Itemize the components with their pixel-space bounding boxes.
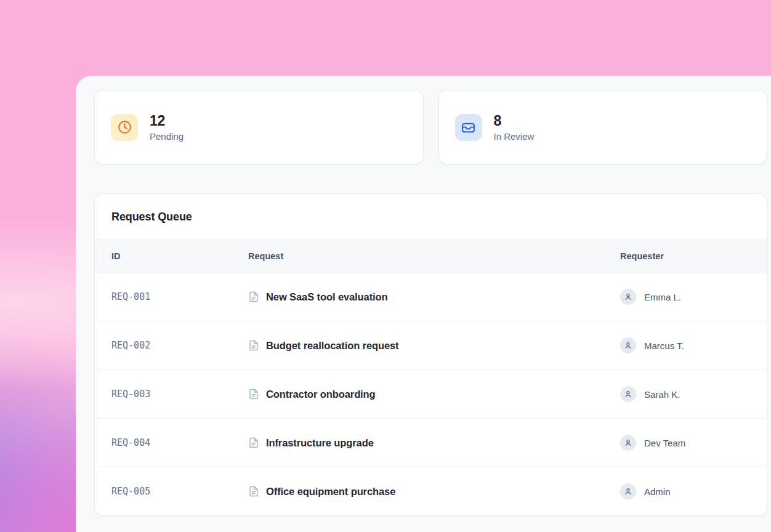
file-text-icon <box>248 437 259 448</box>
request-title: Infrastructure upgrade <box>266 437 374 449</box>
stat-card-pending: 12 Pending <box>94 90 424 164</box>
avatar <box>620 289 636 305</box>
table-header-row: ID Request Requester <box>95 240 767 272</box>
request-cell: Office equipment purchase <box>248 486 620 498</box>
table-row[interactable]: REQ-001 New SaaS tool evaluation <box>95 272 767 321</box>
requester-cell: Marcus T. <box>620 337 750 353</box>
avatar <box>620 483 636 499</box>
requester-name: Emma L. <box>644 292 681 302</box>
file-text-icon <box>248 340 259 351</box>
requester-name: Sarah K. <box>644 389 680 400</box>
requester-cell: Sarah K. <box>620 386 750 402</box>
table-row[interactable]: REQ-003 Contractor onboarding <box>95 369 767 418</box>
user-icon <box>624 341 632 350</box>
request-cell: Infrastructure upgrade <box>248 437 620 449</box>
table-row[interactable]: REQ-004 Infrastructure upgrade <box>95 418 767 467</box>
request-id: REQ-003 <box>111 389 248 400</box>
file-text-icon <box>248 291 259 302</box>
request-title: Budget reallocation request <box>266 340 399 352</box>
user-icon <box>624 487 632 496</box>
requester-name: Marcus T. <box>644 341 684 351</box>
request-cell: Budget reallocation request <box>248 340 620 352</box>
request-cell: Contractor onboarding <box>248 389 620 400</box>
request-title: Office equipment purchase <box>266 486 395 498</box>
stat-value-pending: 12 <box>150 113 184 129</box>
page-title: Request Queue <box>111 211 192 224</box>
table-title-row: Request Queue <box>95 194 767 240</box>
file-text-icon <box>248 389 259 400</box>
request-title: New SaaS tool evaluation <box>266 291 388 303</box>
request-id: REQ-004 <box>111 437 248 448</box>
stat-text: 12 Pending <box>150 113 184 141</box>
stat-value-in-review: 8 <box>494 113 535 129</box>
avatar <box>620 386 636 402</box>
user-icon <box>624 292 632 301</box>
user-icon <box>624 438 632 447</box>
inbox-icon-box <box>455 114 482 141</box>
inbox-icon <box>461 119 476 135</box>
table-row[interactable]: REQ-002 Budget reallocation request <box>95 321 767 369</box>
clock-icon-box <box>111 114 138 141</box>
request-title: Contractor onboarding <box>266 389 376 400</box>
request-cell: New SaaS tool evaluation <box>248 291 620 303</box>
request-id: REQ-001 <box>111 291 248 302</box>
column-header-request: Request <box>248 251 620 261</box>
desktop-background: 12 Pending 8 In Review <box>0 0 771 532</box>
avatar <box>620 435 636 451</box>
table-row[interactable]: REQ-005 Office equipment purchase <box>95 467 767 515</box>
stat-card-in-review: 8 In Review <box>438 90 768 164</box>
requester-cell: Admin <box>620 483 750 499</box>
request-id: REQ-002 <box>111 340 248 351</box>
file-text-icon <box>248 486 259 497</box>
clock-icon <box>117 119 132 135</box>
avatar <box>620 337 636 353</box>
stat-label-pending: Pending <box>150 131 184 142</box>
stat-label-in-review: In Review <box>494 131 535 142</box>
stat-text: 8 In Review <box>494 113 535 141</box>
user-icon <box>624 390 632 398</box>
requester-cell: Dev Team <box>620 435 750 451</box>
stats-row: 12 Pending 8 In Review <box>94 90 767 164</box>
requester-name: Admin <box>644 486 671 497</box>
column-header-requester: Requester <box>620 251 750 261</box>
request-queue-card: Request Queue ID Request Requester REQ-0… <box>94 193 767 516</box>
column-header-id: ID <box>111 251 248 261</box>
requester-cell: Emma L. <box>620 289 750 305</box>
app-panel: 12 Pending 8 In Review <box>76 76 771 532</box>
requester-name: Dev Team <box>644 438 685 448</box>
request-id: REQ-005 <box>111 486 248 497</box>
